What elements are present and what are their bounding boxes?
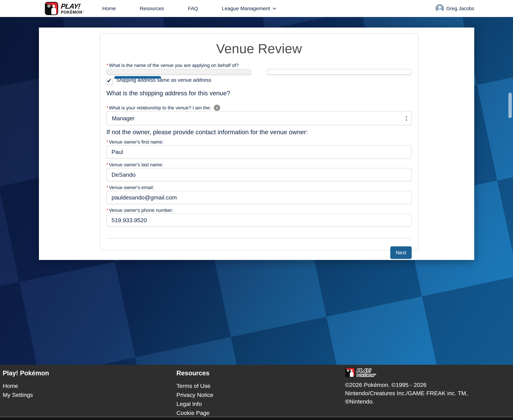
select-spinner: ▲ ▼	[405, 112, 407, 125]
owner-first-name-field: *Venue owner's first name:	[106, 139, 412, 158]
pokeball-icon	[347, 369, 350, 372]
owner-first-name-input[interactable]	[106, 145, 412, 158]
vertical-scrollbar-thumb[interactable]	[508, 93, 512, 118]
info-icon[interactable]: i	[214, 105, 220, 111]
play-pokemon-logo-icon	[45, 2, 58, 15]
owner-email-input[interactable]	[106, 191, 412, 204]
footer-column-legal: PLAY! POKÉMON™ ©2026 Pokémon. ©1995 - 20…	[345, 368, 468, 406]
user-menu[interactable]: Greg Jacobs	[436, 4, 474, 13]
focus-highlight-bar	[114, 76, 161, 79]
shipping-same-checkbox-block: ✔ Shipping address same as venue address	[106, 76, 412, 85]
next-button[interactable]: Next	[390, 246, 412, 259]
venue-name-input[interactable]	[106, 69, 251, 75]
footer-logo-icon	[345, 368, 355, 377]
copyright-line: ®Nintendo.	[345, 398, 468, 406]
shipping-same-checkbox[interactable]: ✔	[106, 78, 113, 85]
owner-phone-field: *Venue owner's phone number:	[106, 207, 412, 227]
required-marker: *	[106, 185, 108, 190]
owner-email-label: *Venue owner's email:	[106, 185, 154, 190]
user-name: Greg Jacobs	[446, 6, 474, 11]
footer-heading-resources: Resources	[176, 369, 218, 377]
pokeball-icon	[47, 4, 51, 8]
page-footer: Play! Pokémon Home My Settings Resources…	[0, 365, 513, 420]
nav-link-resources[interactable]: Resources	[140, 6, 164, 11]
required-marker: *	[106, 63, 108, 68]
copyright-line: ©2026 Pokémon. ©1995 - 2026	[345, 381, 468, 389]
footer-link-legal-info[interactable]: Legal Info	[176, 401, 218, 407]
logo-play-text: PLAY!	[60, 3, 85, 10]
form-divider	[106, 238, 412, 239]
required-marker: *	[106, 208, 108, 213]
shipping-address-heading: What is the shipping address for this ve…	[106, 90, 412, 97]
page-title: Venue Review	[106, 41, 412, 56]
nav-link-home[interactable]: Home	[102, 6, 116, 11]
footer-column-resources: Resources Terms of Use Privacy Notice Le…	[176, 369, 218, 420]
footer-logo-play-text: PLAY!	[357, 368, 376, 373]
owner-phone-label: *Venue owner's phone number:	[106, 208, 174, 213]
copyright-line: Nintendo/Creatures Inc./GAME FREAK inc. …	[345, 389, 468, 398]
nav-dropdown-league-management[interactable]: League Management	[222, 6, 276, 11]
chevron-down-icon	[273, 6, 276, 9]
footer-link-my-settings[interactable]: My Settings	[3, 392, 49, 398]
copyright-text: ©2026 Pokémon. ©1995 - 2026 Nintendo/Cre…	[345, 381, 468, 406]
content-panel: Venue Review *What is the name of the ve…	[39, 28, 474, 260]
venue-review-card: Venue Review *What is the name of the ve…	[100, 33, 418, 250]
trainer-silhouette-icon	[350, 372, 353, 377]
required-marker: *	[106, 105, 108, 110]
bottom-edge-strip	[0, 417, 513, 420]
footer-logo-text: PLAY! POKÉMON™	[357, 368, 376, 377]
top-navbar: PLAY! POKÉMON™ Home Resources FAQ League…	[0, 0, 513, 17]
owner-last-name-input[interactable]	[106, 168, 412, 181]
owner-contact-heading: If not the owner, please provide contact…	[106, 129, 412, 136]
spinner-up-icon[interactable]: ▲	[405, 115, 407, 118]
owner-email-field: *Venue owner's email:	[106, 185, 412, 204]
owner-phone-input[interactable]	[106, 214, 412, 227]
footer-play-pokemon-logo: PLAY! POKÉMON™	[345, 368, 468, 377]
logo-pokemon-text: POKÉMON™	[61, 10, 84, 14]
venue-name-label: *What is the name of the venue you are a…	[106, 62, 412, 68]
footer-column-play-pokemon: Play! Pokémon Home My Settings	[3, 369, 49, 398]
logo-text: PLAY! POKÉMON™	[61, 3, 84, 14]
required-marker: *	[106, 139, 108, 145]
relationship-label: *What is your relationship to the venue?…	[106, 105, 211, 111]
trademark-mark: ™	[82, 10, 84, 12]
relationship-selected-value: Manager	[112, 115, 135, 122]
league-management-label: League Management	[222, 6, 270, 11]
footer-link-cookie-page[interactable]: Cookie Page	[176, 410, 218, 416]
form-actions: Next	[106, 246, 412, 259]
trainer-silhouette-icon	[51, 8, 56, 15]
trademark-mark: ™	[374, 374, 376, 376]
owner-last-name-label: *Venue owner's last name:	[106, 162, 163, 167]
owner-last-name-field: *Venue owner's last name:	[106, 162, 412, 181]
relationship-select[interactable]: Manager ▲ ▼	[106, 111, 412, 125]
nav-link-faq[interactable]: FAQ	[188, 6, 198, 11]
venue-name-question: *What is the name of the venue you are a…	[106, 62, 412, 75]
footer-logo-pokemon-text: POKÉMON™	[357, 374, 376, 377]
venue-name-inputs-row	[106, 69, 412, 75]
required-marker: *	[106, 162, 108, 167]
spinner-down-icon[interactable]: ▼	[405, 119, 407, 121]
check-icon: ✔	[107, 77, 112, 84]
footer-link-privacy-notice[interactable]: Privacy Notice	[176, 392, 218, 398]
user-avatar-icon	[436, 4, 444, 13]
footer-heading-play-pokemon: Play! Pokémon	[3, 369, 49, 377]
footer-link-home[interactable]: Home	[3, 383, 49, 389]
relationship-label-row: *What is your relationship to the venue?…	[106, 105, 412, 111]
footer-link-terms-of-use[interactable]: Terms of Use	[176, 383, 218, 389]
owner-first-name-label: *Venue owner's first name:	[106, 139, 164, 145]
play-pokemon-logo[interactable]: PLAY! POKÉMON™	[45, 2, 84, 15]
nav-links: Home Resources FAQ League Management	[102, 6, 276, 11]
venue-name-secondary-input[interactable]	[267, 69, 412, 75]
